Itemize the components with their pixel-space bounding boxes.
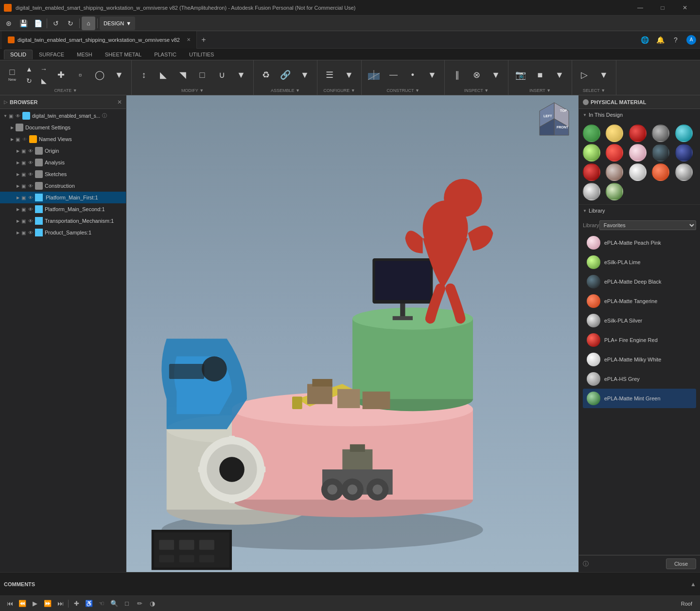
- file-tab-close[interactable]: ✕: [187, 37, 191, 42]
- swatch-green1[interactable]: [583, 125, 600, 142]
- minimize-button[interactable]: ―: [629, 0, 651, 16]
- new-component-button[interactable]: □ New: [3, 64, 21, 86]
- online-help-button[interactable]: 🌐: [638, 33, 651, 47]
- mat-item-silver[interactable]: eSilk-PLA Silver: [583, 311, 696, 330]
- maximize-button[interactable]: □: [651, 0, 674, 16]
- swatch-deep-orange[interactable]: [652, 163, 669, 181]
- grid-menu-button[interactable]: ⊛: [2, 17, 16, 30]
- mat-item-milky-white[interactable]: ePLA-Matte Milky White: [583, 350, 696, 369]
- tab-surface[interactable]: SURFACE: [33, 50, 70, 59]
- tab-solid[interactable]: SOLID: [4, 50, 33, 59]
- info-button[interactable]: ⓘ: [583, 560, 589, 568]
- mat-item-hs-grey[interactable]: ePLA-HS Grey: [583, 369, 696, 389]
- tree-item-root[interactable]: ▼ ▣ 👁 digital_twin_enabled_smart_s... ⓘ: [0, 110, 126, 122]
- swatch-cyan[interactable]: [675, 125, 693, 142]
- tab-sheet-metal[interactable]: SHEET METAL: [99, 50, 148, 59]
- tree-item-analysis[interactable]: ▶ ▣ 👁 Analysis: [0, 157, 126, 168]
- file-tab[interactable]: digital_twin_enabled_smart_shipping_work…: [2, 31, 197, 49]
- revolve-button[interactable]: ↻: [22, 75, 36, 86]
- navigation-cube[interactable]: TOP LEFT FRONT: [535, 100, 574, 139]
- tree-item-named-views[interactable]: ▶ ▣ 👁 Named Views: [0, 133, 126, 145]
- mat-item-deep-black[interactable]: ePLA-Matte Deep Black: [583, 272, 696, 291]
- browser-toggle[interactable]: ▷: [4, 99, 8, 105]
- more-select-button[interactable]: ▼: [595, 64, 613, 86]
- comments-expand-button[interactable]: ▲: [690, 581, 696, 588]
- new-button[interactable]: 📄: [31, 17, 45, 30]
- more-configure-button[interactable]: ▼: [340, 64, 358, 86]
- cylinder-button[interactable]: ◯: [90, 64, 109, 86]
- swatch-tan[interactable]: [606, 163, 623, 181]
- swatch-gold[interactable]: [606, 125, 623, 142]
- undo-button[interactable]: ↺: [49, 17, 63, 30]
- mat-item-fire-red[interactable]: PLA+ Fire Engine Red: [583, 330, 696, 350]
- step-back-button[interactable]: ⏪: [17, 598, 28, 610]
- grid-button[interactable]: ✏: [134, 598, 145, 610]
- more-inspect-button[interactable]: ▼: [487, 64, 505, 86]
- swatch-dark-blue[interactable]: [675, 144, 693, 162]
- shell-button[interactable]: □: [193, 64, 211, 86]
- orbit-button[interactable]: ♿: [83, 598, 95, 610]
- swatch-silver[interactable]: [583, 183, 600, 200]
- tree-item-platform-first[interactable]: ▶ ▣ 👁 Platform_Main_First:1: [0, 192, 126, 203]
- loft-button[interactable]: ◣: [37, 75, 51, 86]
- motion-link-button[interactable]: 🔗: [276, 64, 295, 86]
- goto-start-button[interactable]: ⏮: [4, 598, 16, 610]
- tree-item-construction[interactable]: ▶ ▣ 👁 Construction: [0, 180, 126, 192]
- mat-item-peach-pink[interactable]: ePLA-Matte Peach Pink: [583, 233, 696, 252]
- swatch-dark-gray[interactable]: [652, 144, 669, 162]
- measure-button[interactable]: ∥: [448, 64, 466, 86]
- notification-bell-button[interactable]: 🔔: [653, 33, 667, 47]
- play-button[interactable]: ▶: [29, 598, 41, 610]
- more-assemble-button[interactable]: ▼: [296, 64, 314, 86]
- select-filter-button[interactable]: ▷: [575, 64, 594, 86]
- joint-button[interactable]: ♻: [257, 64, 275, 86]
- insert-canvas-button[interactable]: 📷: [511, 64, 530, 86]
- question-button[interactable]: ?: [669, 33, 682, 47]
- swatch-red[interactable]: [606, 144, 623, 162]
- fit-button[interactable]: □: [121, 598, 133, 610]
- swatch-gray1[interactable]: [652, 125, 669, 142]
- tree-item-transport[interactable]: ▶ ▣ 👁 Transportation_Mechanism:1: [0, 215, 126, 227]
- more-modify-button[interactable]: ▼: [232, 64, 250, 86]
- swatch-red-dark[interactable]: [629, 125, 647, 142]
- more-create-button[interactable]: ▼: [110, 64, 128, 86]
- save-button[interactable]: 💾: [17, 17, 30, 30]
- tab-plastic[interactable]: PLASTIC: [148, 50, 183, 59]
- press-pull-button[interactable]: ↕: [135, 64, 153, 86]
- close-button[interactable]: ✕: [674, 0, 696, 16]
- swatch-white-gray[interactable]: [629, 163, 647, 181]
- chamfer-button[interactable]: ◥: [174, 64, 192, 86]
- swatch-pink[interactable]: [629, 144, 647, 162]
- account-button[interactable]: A: [684, 33, 698, 47]
- box-button[interactable]: ▫: [71, 64, 89, 86]
- combine-button[interactable]: ∪: [212, 64, 231, 86]
- more-construct-button[interactable]: ▼: [423, 64, 441, 86]
- zoom-button[interactable]: 🔍: [108, 598, 120, 610]
- extrude-button[interactable]: ▲: [22, 64, 36, 74]
- browser-close-button[interactable]: ✕: [117, 99, 122, 106]
- tab-mesh[interactable]: MESH: [70, 50, 99, 59]
- viewport-nav-button[interactable]: ✚: [70, 598, 82, 610]
- pan-button[interactable]: ☜: [96, 598, 107, 610]
- move-button[interactable]: ✚: [52, 64, 70, 86]
- viewport[interactable]: TOP LEFT FRONT: [126, 95, 578, 572]
- new-tab-button[interactable]: +: [197, 33, 210, 47]
- sweep-button[interactable]: →: [37, 64, 51, 74]
- swatch-light-green[interactable]: [606, 183, 623, 200]
- mat-item-lime[interactable]: eSilk-PLA Lime: [583, 252, 696, 272]
- tree-item-platform-second[interactable]: ▶ ▣ 👁 Platform_Main_Second:1: [0, 203, 126, 215]
- insert-decal-button[interactable]: ■: [531, 64, 549, 86]
- display-button[interactable]: ◑: [146, 598, 158, 610]
- construct-axis-button[interactable]: ⸻: [384, 64, 402, 86]
- construct-point-button[interactable]: •: [403, 64, 422, 86]
- tree-item-origin[interactable]: ▶ ▣ 👁 Origin: [0, 145, 126, 157]
- tree-item-sketches[interactable]: ▶ ▣ 👁 Sketches: [0, 168, 126, 180]
- redo-button[interactable]: ↻: [64, 17, 77, 30]
- mat-item-tangerine[interactable]: ePLA-Matte Tangerine: [583, 291, 696, 311]
- swatch-lime[interactable]: [583, 144, 600, 162]
- in-this-design-header[interactable]: ▼ In This Design: [579, 109, 700, 121]
- library-dropdown[interactable]: Favorites: [599, 220, 696, 230]
- tree-item-products[interactable]: ▶ ▣ 👁 Product_Samples:1: [0, 227, 126, 238]
- swatch-mid-gray[interactable]: [675, 163, 693, 181]
- more-insert-button[interactable]: ▼: [550, 64, 569, 86]
